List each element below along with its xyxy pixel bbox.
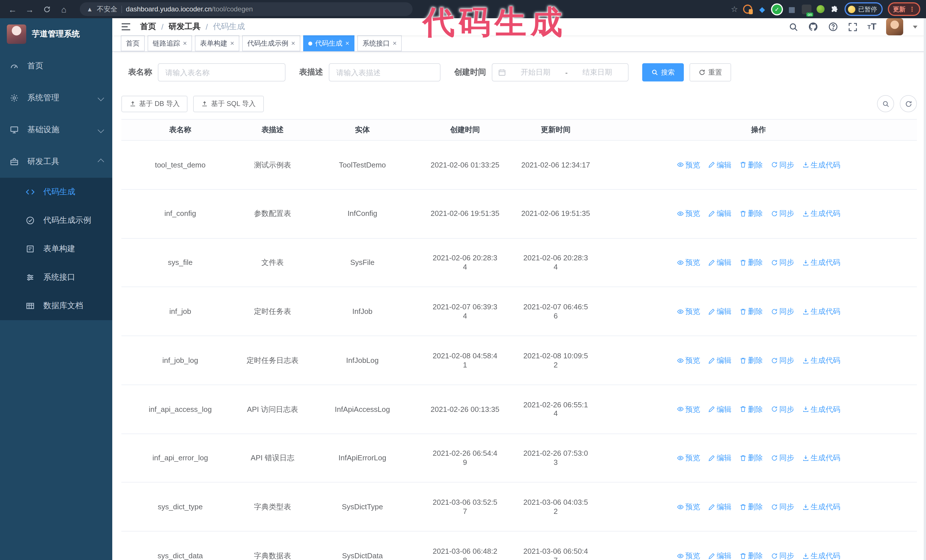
help-icon[interactable] — [828, 22, 838, 32]
preview-link[interactable]: 预览 — [677, 503, 700, 511]
hamburger-icon[interactable] — [121, 22, 131, 31]
fullscreen-icon[interactable] — [848, 22, 858, 32]
search-button[interactable]: 搜索 — [642, 63, 684, 82]
generate-code-link[interactable]: 生成代码 — [802, 503, 840, 511]
sidebar-item-devtools[interactable]: 研发工具 — [0, 146, 112, 178]
preview-link[interactable]: 预览 — [677, 405, 700, 414]
user-avatar[interactable] — [886, 18, 903, 35]
table-row[interactable]: inf_job 定时任务表 InfJob 2021-02-07 06:39:3 … — [121, 287, 917, 336]
table-row[interactable]: inf_job_log 定时任务日志表 InfJobLog 2021-02-08… — [121, 336, 917, 385]
generate-code-link[interactable]: 生成代码 — [802, 160, 840, 169]
tab-codegen-example[interactable]: 代码生成示例× — [242, 35, 300, 51]
extension-puzzle-icon[interactable] — [830, 4, 840, 14]
delete-link[interactable]: 删除 — [739, 356, 763, 365]
generate-code-link[interactable]: 生成代码 — [802, 405, 840, 414]
date-range-picker[interactable]: 开始日期 - 结束日期 — [492, 63, 628, 82]
sidebar-item-codegen[interactable]: 代码生成 — [0, 178, 112, 206]
extension-icon-2[interactable]: ◆ — [757, 4, 767, 14]
sync-link[interactable]: 同步 — [771, 209, 794, 218]
table-name-input[interactable] — [158, 63, 286, 82]
extension-icon-3[interactable]: ✓ — [772, 4, 782, 14]
close-icon[interactable]: × — [345, 39, 349, 47]
preview-link[interactable]: 预览 — [677, 551, 700, 560]
sidebar-item-system[interactable]: 系统管理 — [0, 82, 112, 114]
edit-link[interactable]: 编辑 — [708, 454, 731, 463]
tab-codegen[interactable]: 代码生成× — [303, 35, 354, 51]
sidebar-item-form-builder[interactable]: 表单构建 — [0, 235, 112, 263]
delete-link[interactable]: 删除 — [739, 160, 763, 169]
table-desc-input[interactable] — [329, 63, 440, 82]
edit-link[interactable]: 编辑 — [708, 160, 731, 169]
delete-link[interactable]: 删除 — [739, 551, 763, 560]
browser-home-button[interactable]: ⌂ — [57, 2, 71, 16]
delete-link[interactable]: 删除 — [739, 454, 763, 463]
generate-code-link[interactable]: 生成代码 — [802, 356, 840, 365]
bookmark-star-icon[interactable]: ☆ — [731, 5, 738, 14]
user-menu-caret-icon[interactable] — [913, 25, 917, 30]
reset-button[interactable]: 重置 — [690, 63, 731, 82]
sync-link[interactable]: 同步 — [771, 160, 794, 169]
breadcrumb-section[interactable]: 研发工具 — [169, 22, 201, 32]
browser-menu-icon[interactable]: ⋮ — [909, 5, 915, 13]
import-db-button[interactable]: 基于 DB 导入 — [121, 95, 188, 112]
sync-link[interactable]: 同步 — [771, 454, 794, 463]
delete-link[interactable]: 删除 — [739, 307, 763, 316]
sidebar-item-db-doc[interactable]: 数据库文档 — [0, 292, 112, 320]
preview-link[interactable]: 预览 — [677, 454, 700, 463]
extension-icon-5[interactable]: on — [802, 4, 811, 14]
table-row[interactable]: tool_test_demo 测试示例表 ToolTestDemo 2021-0… — [121, 140, 917, 189]
table-row[interactable]: inf_config 参数配置表 InfConfig 2021-02-06 19… — [121, 189, 917, 238]
browser-back-button[interactable]: ← — [6, 2, 20, 16]
tab-system-api[interactable]: 系统接口× — [357, 35, 402, 51]
profile-paused-chip[interactable]: 已暂停 — [844, 2, 883, 16]
font-size-icon[interactable]: TT — [867, 22, 876, 32]
window-scrollbar[interactable] — [924, 18, 926, 560]
sync-link[interactable]: 同步 — [771, 405, 794, 414]
preview-link[interactable]: 预览 — [677, 209, 700, 218]
tab-tracing[interactable]: 链路追踪× — [148, 35, 192, 51]
edit-link[interactable]: 编辑 — [708, 258, 731, 267]
generate-code-link[interactable]: 生成代码 — [802, 551, 840, 560]
close-icon[interactable]: × — [230, 39, 234, 47]
delete-link[interactable]: 删除 — [739, 258, 763, 267]
edit-link[interactable]: 编辑 — [708, 356, 731, 365]
delete-link[interactable]: 删除 — [739, 503, 763, 511]
sidebar-item-system-api[interactable]: 系统接口 — [0, 263, 112, 292]
sidebar-item-infra[interactable]: 基础设施 — [0, 114, 112, 146]
close-icon[interactable]: × — [183, 39, 187, 47]
address-bar[interactable]: ▲ 不安全 dashboard.yudao.iocoder.cn/tool/co… — [80, 2, 413, 16]
sync-link[interactable]: 同步 — [771, 356, 794, 365]
refresh-table-button[interactable] — [900, 95, 917, 112]
edit-link[interactable]: 编辑 — [708, 209, 731, 218]
close-icon[interactable]: × — [291, 39, 295, 47]
preview-link[interactable]: 预览 — [677, 160, 700, 169]
sync-link[interactable]: 同步 — [771, 551, 794, 560]
delete-link[interactable]: 删除 — [739, 405, 763, 414]
preview-link[interactable]: 预览 — [677, 356, 700, 365]
sync-link[interactable]: 同步 — [771, 503, 794, 511]
delete-link[interactable]: 删除 — [739, 209, 763, 218]
browser-update-button[interactable]: 更新 ⋮ — [888, 2, 920, 16]
github-icon[interactable] — [808, 22, 818, 32]
generate-code-link[interactable]: 生成代码 — [802, 258, 840, 267]
generate-code-link[interactable]: 生成代码 — [802, 307, 840, 316]
tab-form-builder[interactable]: 表单构建× — [195, 35, 239, 51]
preview-link[interactable]: 预览 — [677, 307, 700, 316]
sidebar-item-home[interactable]: 首页 — [0, 50, 112, 82]
browser-forward-button[interactable]: → — [23, 2, 36, 16]
generate-code-link[interactable]: 生成代码 — [802, 209, 840, 218]
sync-link[interactable]: 同步 — [771, 307, 794, 316]
extension-icon-1[interactable] — [743, 5, 752, 14]
browser-reload-button[interactable] — [40, 2, 54, 16]
table-row[interactable]: sys_dict_type 字典类型表 SysDictType 2021-03-… — [121, 483, 917, 531]
app-logo[interactable]: 芋道管理系统 — [0, 18, 112, 50]
breadcrumb-home[interactable]: 首页 — [140, 22, 156, 32]
edit-link[interactable]: 编辑 — [708, 503, 731, 511]
search-icon[interactable] — [789, 22, 798, 32]
extension-icon-6[interactable] — [817, 5, 825, 13]
table-row[interactable]: sys_dict_data 字典数据表 SysDictData 2021-03-… — [121, 531, 917, 560]
table-row[interactable]: inf_api_error_log API 错误日志 InfApiErrorLo… — [121, 433, 917, 483]
preview-link[interactable]: 预览 — [677, 258, 700, 267]
table-row[interactable]: sys_file 文件表 SysFile 2021-02-06 20:28:3 … — [121, 238, 917, 287]
generate-code-link[interactable]: 生成代码 — [802, 454, 840, 463]
